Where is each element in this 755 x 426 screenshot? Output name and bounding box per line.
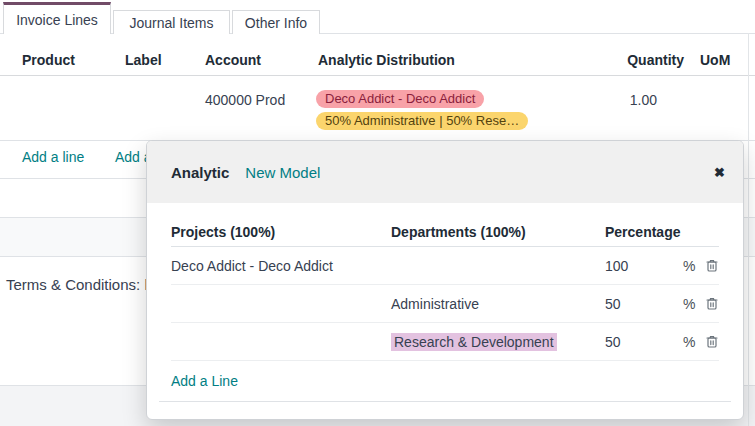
trash-icon[interactable] — [705, 334, 719, 349]
list-header-divider — [0, 75, 755, 76]
column-header-projects: Projects (100%) — [171, 224, 391, 240]
close-icon[interactable]: ✖ — [714, 165, 725, 180]
percent-sign: % — [683, 296, 695, 312]
new-model-button[interactable]: New Model — [245, 164, 320, 181]
quantity-cell[interactable]: 1.00 — [577, 92, 657, 108]
popup-footer-divider — [159, 401, 731, 402]
department-cell[interactable]: Administrative — [391, 296, 605, 312]
percentage-cell[interactable]: 50 — [605, 334, 683, 350]
column-header-account: Account — [205, 52, 261, 68]
invoice-form-screen: Invoice Lines Journal Items Other Info P… — [0, 0, 755, 426]
column-header-percentage: Percentage — [605, 224, 683, 240]
analytic-tag-departments[interactable]: 50% Administrative | 50% Rese… — [316, 112, 528, 130]
analytic-table: Projects (100%) Departments (100%) Perce… — [171, 217, 719, 361]
percentage-cell[interactable]: 100 — [605, 258, 683, 274]
popup-title: Analytic — [171, 164, 229, 181]
analytic-row-administrative: Administrative 50 % — [171, 285, 719, 323]
analytic-row-projects: Deco Addict - Deco Addict 100 % — [171, 247, 719, 285]
trash-icon[interactable] — [705, 258, 719, 273]
analytic-popup: Analytic New Model ✖ Projects (100%) Dep… — [146, 140, 744, 420]
highlighted-department: Research & Development — [391, 333, 557, 351]
analytic-popup-header: Analytic New Model ✖ — [147, 141, 743, 203]
analytic-tag-projects[interactable]: Deco Addict - Deco Addict — [316, 90, 484, 108]
analytic-row-research-development: Research & Development 50 % — [171, 323, 719, 361]
tab-invoice-lines[interactable]: Invoice Lines — [3, 2, 111, 34]
column-header-product: Product — [22, 52, 75, 68]
add-a-line-link[interactable]: Add a line — [22, 149, 84, 165]
analytic-table-header: Projects (100%) Departments (100%) Perce… — [171, 217, 719, 247]
terms-conditions-field[interactable]: Terms & Conditions: h — [6, 276, 153, 293]
column-header-analytic-distribution: Analytic Distribution — [318, 52, 455, 68]
sheet-right-border — [748, 33, 749, 426]
percent-sign: % — [683, 258, 695, 274]
column-header-uom: UoM — [700, 52, 730, 68]
department-cell[interactable]: Research & Development — [391, 334, 605, 350]
column-header-label: Label — [125, 52, 162, 68]
popup-add-a-line-link[interactable]: Add a Line — [171, 373, 238, 389]
tab-other-info[interactable]: Other Info — [232, 10, 320, 34]
percent-sign: % — [683, 334, 695, 350]
project-cell[interactable]: Deco Addict - Deco Addict — [171, 258, 391, 274]
trash-icon[interactable] — [705, 296, 719, 311]
column-header-departments: Departments (100%) — [391, 224, 605, 240]
column-header-quantity: Quantity — [604, 52, 684, 68]
account-cell[interactable]: 400000 Prod — [205, 92, 285, 108]
tab-journal-items[interactable]: Journal Items — [113, 10, 230, 34]
percentage-cell[interactable]: 50 — [605, 296, 683, 312]
